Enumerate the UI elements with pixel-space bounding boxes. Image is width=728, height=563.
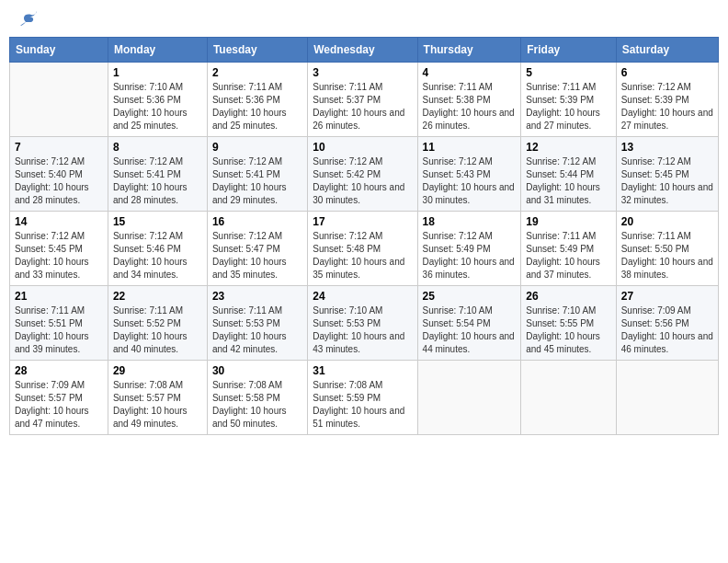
calendar-cell: 20Sunrise: 7:11 AMSunset: 5:50 PMDayligh… [616, 212, 718, 286]
day-info: Sunrise: 7:12 AMSunset: 5:45 PMDaylight:… [621, 155, 713, 207]
day-info: Sunrise: 7:12 AMSunset: 5:46 PMDaylight:… [113, 230, 202, 282]
day-number: 16 [212, 215, 302, 228]
col-header-saturday: Saturday [616, 38, 718, 63]
calendar-cell: 16Sunrise: 7:12 AMSunset: 5:47 PMDayligh… [207, 212, 307, 286]
day-info: Sunrise: 7:11 AMSunset: 5:36 PMDaylight:… [212, 81, 302, 132]
week-row-0: 1Sunrise: 7:10 AMSunset: 5:36 PMDaylight… [10, 63, 719, 137]
day-info: Sunrise: 7:11 AMSunset: 5:37 PMDaylight:… [313, 81, 412, 132]
day-info: Sunrise: 7:10 AMSunset: 5:55 PMDaylight:… [526, 304, 610, 356]
calendar-cell: 2Sunrise: 7:11 AMSunset: 5:36 PMDaylight… [207, 63, 307, 137]
col-header-thursday: Thursday [417, 38, 521, 63]
col-header-friday: Friday [521, 38, 616, 63]
week-row-2: 14Sunrise: 7:12 AMSunset: 5:45 PMDayligh… [10, 212, 719, 286]
day-number: 28 [15, 364, 103, 377]
calendar-cell: 25Sunrise: 7:10 AMSunset: 5:54 PMDayligh… [417, 286, 521, 361]
week-row-4: 28Sunrise: 7:09 AMSunset: 5:57 PMDayligh… [10, 361, 719, 435]
calendar-cell: 9Sunrise: 7:12 AMSunset: 5:41 PMDaylight… [207, 137, 307, 212]
day-number: 29 [113, 364, 202, 377]
logo [17, 13, 39, 26]
day-info: Sunrise: 7:11 AMSunset: 5:38 PMDaylight:… [423, 81, 517, 132]
day-number: 13 [621, 141, 713, 154]
day-info: Sunrise: 7:10 AMSunset: 5:54 PMDaylight:… [423, 304, 517, 356]
day-number: 15 [113, 215, 202, 228]
day-number: 24 [313, 290, 412, 303]
week-row-3: 21Sunrise: 7:11 AMSunset: 5:51 PMDayligh… [10, 286, 719, 361]
day-info: Sunrise: 7:11 AMSunset: 5:49 PMDaylight:… [526, 230, 610, 282]
day-info: Sunrise: 7:12 AMSunset: 5:45 PMDaylight:… [15, 230, 103, 282]
day-number: 18 [423, 215, 517, 228]
calendar-cell: 12Sunrise: 7:12 AMSunset: 5:44 PMDayligh… [521, 137, 616, 212]
day-number: 11 [423, 141, 517, 154]
day-number: 1 [113, 66, 202, 79]
calendar-cell: 27Sunrise: 7:09 AMSunset: 5:56 PMDayligh… [616, 286, 718, 361]
day-number: 14 [15, 215, 103, 228]
logo-bird-icon [18, 9, 39, 29]
day-number: 20 [621, 215, 713, 228]
calendar-cell: 18Sunrise: 7:12 AMSunset: 5:49 PMDayligh… [417, 212, 521, 286]
col-header-sunday: Sunday [10, 38, 108, 63]
calendar-cell: 3Sunrise: 7:11 AMSunset: 5:37 PMDaylight… [308, 63, 417, 137]
day-info: Sunrise: 7:12 AMSunset: 5:43 PMDaylight:… [423, 155, 517, 207]
calendar-cell: 15Sunrise: 7:12 AMSunset: 5:46 PMDayligh… [108, 212, 207, 286]
day-info: Sunrise: 7:09 AMSunset: 5:57 PMDaylight:… [15, 379, 103, 431]
day-number: 22 [113, 290, 202, 303]
day-number: 2 [212, 66, 302, 79]
calendar-cell: 13Sunrise: 7:12 AMSunset: 5:45 PMDayligh… [616, 137, 718, 212]
calendar-cell: 22Sunrise: 7:11 AMSunset: 5:52 PMDayligh… [108, 286, 207, 361]
calendar-cell: 26Sunrise: 7:10 AMSunset: 5:55 PMDayligh… [521, 286, 616, 361]
page-header [9, 9, 719, 29]
day-number: 21 [15, 290, 103, 303]
calendar-cell [521, 361, 616, 435]
calendar-cell: 28Sunrise: 7:09 AMSunset: 5:57 PMDayligh… [10, 361, 108, 435]
day-number: 4 [423, 66, 517, 79]
calendar-cell: 4Sunrise: 7:11 AMSunset: 5:38 PMDaylight… [417, 63, 521, 137]
col-header-monday: Monday [108, 38, 207, 63]
calendar-cell [616, 361, 718, 435]
day-number: 10 [313, 141, 412, 154]
calendar-cell: 23Sunrise: 7:11 AMSunset: 5:53 PMDayligh… [207, 286, 307, 361]
calendar-cell: 30Sunrise: 7:08 AMSunset: 5:58 PMDayligh… [207, 361, 307, 435]
calendar-cell [417, 361, 521, 435]
calendar-cell: 14Sunrise: 7:12 AMSunset: 5:45 PMDayligh… [10, 212, 108, 286]
day-number: 19 [526, 215, 610, 228]
calendar-cell: 31Sunrise: 7:08 AMSunset: 5:59 PMDayligh… [308, 361, 417, 435]
day-info: Sunrise: 7:12 AMSunset: 5:41 PMDaylight:… [113, 155, 202, 207]
calendar-table: SundayMondayTuesdayWednesdayThursdayFrid… [9, 37, 719, 435]
day-info: Sunrise: 7:12 AMSunset: 5:48 PMDaylight:… [313, 230, 412, 282]
day-number: 5 [526, 66, 610, 79]
day-info: Sunrise: 7:10 AMSunset: 5:53 PMDaylight:… [313, 304, 412, 356]
calendar-cell: 7Sunrise: 7:12 AMSunset: 5:40 PMDaylight… [10, 137, 108, 212]
day-number: 9 [212, 141, 302, 154]
calendar-cell: 17Sunrise: 7:12 AMSunset: 5:48 PMDayligh… [308, 212, 417, 286]
day-info: Sunrise: 7:11 AMSunset: 5:51 PMDaylight:… [15, 304, 103, 356]
calendar-cell: 29Sunrise: 7:08 AMSunset: 5:57 PMDayligh… [108, 361, 207, 435]
day-number: 26 [526, 290, 610, 303]
calendar-cell: 21Sunrise: 7:11 AMSunset: 5:51 PMDayligh… [10, 286, 108, 361]
day-info: Sunrise: 7:10 AMSunset: 5:36 PMDaylight:… [113, 81, 202, 132]
day-info: Sunrise: 7:12 AMSunset: 5:44 PMDaylight:… [526, 155, 610, 207]
day-number: 8 [113, 141, 202, 154]
day-number: 23 [212, 290, 302, 303]
day-info: Sunrise: 7:08 AMSunset: 5:57 PMDaylight:… [113, 379, 202, 431]
calendar-cell: 6Sunrise: 7:12 AMSunset: 5:39 PMDaylight… [616, 63, 718, 137]
day-number: 6 [621, 66, 713, 79]
day-number: 7 [15, 141, 103, 154]
calendar-cell: 24Sunrise: 7:10 AMSunset: 5:53 PMDayligh… [308, 286, 417, 361]
day-info: Sunrise: 7:08 AMSunset: 5:59 PMDaylight:… [313, 379, 412, 431]
calendar-cell: 19Sunrise: 7:11 AMSunset: 5:49 PMDayligh… [521, 212, 616, 286]
calendar-cell: 5Sunrise: 7:11 AMSunset: 5:39 PMDaylight… [521, 63, 616, 137]
day-info: Sunrise: 7:11 AMSunset: 5:52 PMDaylight:… [113, 304, 202, 356]
day-info: Sunrise: 7:09 AMSunset: 5:56 PMDaylight:… [621, 304, 713, 356]
calendar-cell: 10Sunrise: 7:12 AMSunset: 5:42 PMDayligh… [308, 137, 417, 212]
day-info: Sunrise: 7:12 AMSunset: 5:39 PMDaylight:… [621, 81, 713, 132]
day-info: Sunrise: 7:12 AMSunset: 5:49 PMDaylight:… [423, 230, 517, 282]
day-info: Sunrise: 7:12 AMSunset: 5:41 PMDaylight:… [212, 155, 302, 207]
day-info: Sunrise: 7:12 AMSunset: 5:40 PMDaylight:… [15, 155, 103, 207]
col-header-tuesday: Tuesday [207, 38, 307, 63]
calendar-cell [10, 63, 108, 137]
day-number: 25 [423, 290, 517, 303]
day-info: Sunrise: 7:11 AMSunset: 5:53 PMDaylight:… [212, 304, 302, 356]
day-number: 3 [313, 66, 412, 79]
day-info: Sunrise: 7:11 AMSunset: 5:50 PMDaylight:… [621, 230, 713, 282]
day-number: 31 [313, 364, 412, 377]
